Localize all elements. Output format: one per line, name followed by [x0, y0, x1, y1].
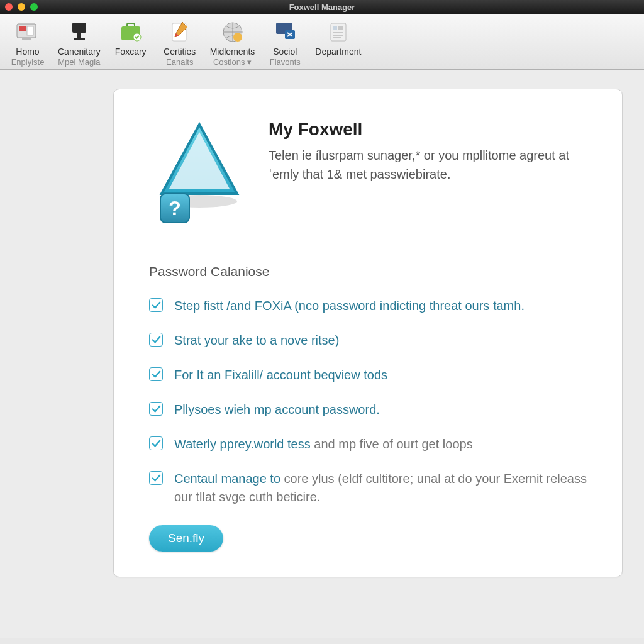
check-item: Strat your ake to a nove ritse) [149, 331, 587, 350]
checkbox-checked-icon[interactable] [149, 367, 163, 381]
svg-rect-6 [74, 38, 85, 40]
check-text: Centaul manage to core ylus (eldf cultit… [174, 470, 587, 506]
pencil-icon [167, 19, 193, 45]
document-icon [325, 19, 352, 45]
toolbar-label: Department [315, 47, 361, 57]
toolbar-label: Foxcary [115, 47, 147, 57]
content-area: ? My Foxwell Telen ie ílusrpam sunager,*… [0, 70, 644, 638]
checkbox-checked-icon[interactable] [149, 298, 163, 312]
svg-point-12 [233, 33, 242, 42]
checkbox-checked-icon[interactable] [149, 402, 163, 416]
home-icon [14, 19, 41, 45]
checkbox-checked-icon[interactable] [149, 471, 163, 485]
display-x-icon [272, 19, 298, 45]
check-text: Pllysoes wieh mp account password. [174, 401, 380, 419]
toolbar-label: Sociol [273, 47, 297, 57]
check-item: Waterly pprey.world tess and mp five of … [149, 435, 587, 453]
toolbar-sublabel: Eanaits [166, 57, 193, 67]
svg-rect-5 [77, 33, 81, 38]
toolbar-home[interactable]: Homo Enplyiste [9, 19, 47, 67]
svg-rect-2 [27, 26, 33, 35]
toolbar-label: Homo [16, 47, 39, 57]
checkbox-checked-icon[interactable] [149, 333, 163, 347]
hero-title: My Foxwell [269, 119, 587, 140]
briefcase-icon [118, 19, 144, 45]
minimize-window-button[interactable] [18, 3, 25, 11]
hero-section: ? My Foxwell Telen ie ílusrpam sunager,*… [149, 119, 587, 226]
hero-text: My Foxwell Telen ie ílusrpam sunager,* o… [269, 119, 587, 184]
window-titlebar: Foxwell Manager [0, 0, 644, 14]
check-text: Waterly pprey.world tess and mp five of … [174, 435, 473, 453]
toolbar-sublabel: Costions ▾ [213, 57, 252, 67]
senfly-button[interactable]: Sen.fly [149, 525, 223, 552]
toolbar-label: Canenitary [58, 47, 101, 57]
checkbox-checked-icon[interactable] [149, 436, 163, 450]
globe-icon [219, 19, 246, 45]
toolbar-sublabel: Enplyiste [11, 57, 45, 67]
svg-rect-4 [72, 23, 86, 33]
hero-subtitle: Telen ie ílusrpam sunager,* or you mplli… [269, 146, 587, 184]
toolbar-sociol[interactable]: Sociol Flavonts [266, 19, 304, 67]
check-text: Strat your ake to a nove ritse) [174, 331, 339, 350]
check-item: Centaul manage to core ylus (eldf cultit… [149, 470, 587, 506]
toolbar: Homo Enplyiste Canenitary Mpel Magia Fox… [0, 14, 644, 70]
toolbar-canenitary[interactable]: Canenitary Mpel Magia [58, 19, 101, 67]
foxwell-triangle-icon: ? [149, 119, 243, 226]
check-item: Pllysoes wieh mp account password. [149, 401, 587, 419]
toolbar-sublabel: Flavonts [270, 57, 301, 67]
toolbar-label: Midlements [210, 47, 255, 57]
toolbar-midlements[interactable]: Midlements Costions ▾ [210, 19, 255, 67]
check-text: For It an Fixalill/ account beqview tods [174, 366, 387, 384]
toolbar-certities[interactable]: Certities Eanaits [161, 19, 199, 67]
toolbar-label: Certities [164, 47, 196, 57]
svg-rect-16 [333, 26, 337, 30]
traffic-lights [5, 3, 38, 11]
monitor-icon [66, 19, 92, 45]
action-row: Sen.fly [149, 525, 587, 552]
check-item: For It an Fixalill/ account beqview tods [149, 366, 587, 384]
toolbar-foxcary[interactable]: Foxcary [112, 19, 150, 67]
svg-rect-15 [331, 23, 346, 41]
section-title: Password Calaniose [149, 264, 587, 279]
svg-text:?: ? [169, 197, 181, 219]
check-item: Step fistt /and FOXiA (nco password indi… [149, 297, 587, 315]
window-title: Foxwell Manager [289, 3, 355, 12]
svg-rect-1 [19, 26, 26, 31]
main-card: ? My Foxwell Telen ie ílusrpam sunager,*… [113, 89, 623, 577]
check-text: Step fistt /and FOXiA (nco password indi… [174, 297, 525, 315]
zoom-window-button[interactable] [30, 3, 38, 11]
svg-rect-3 [22, 38, 31, 40]
toolbar-sublabel: Mpel Magia [58, 57, 100, 67]
toolbar-department[interactable]: Department [315, 19, 361, 67]
close-window-button[interactable] [5, 3, 13, 11]
password-checklist: Step fistt /and FOXiA (nco password indi… [149, 297, 587, 506]
